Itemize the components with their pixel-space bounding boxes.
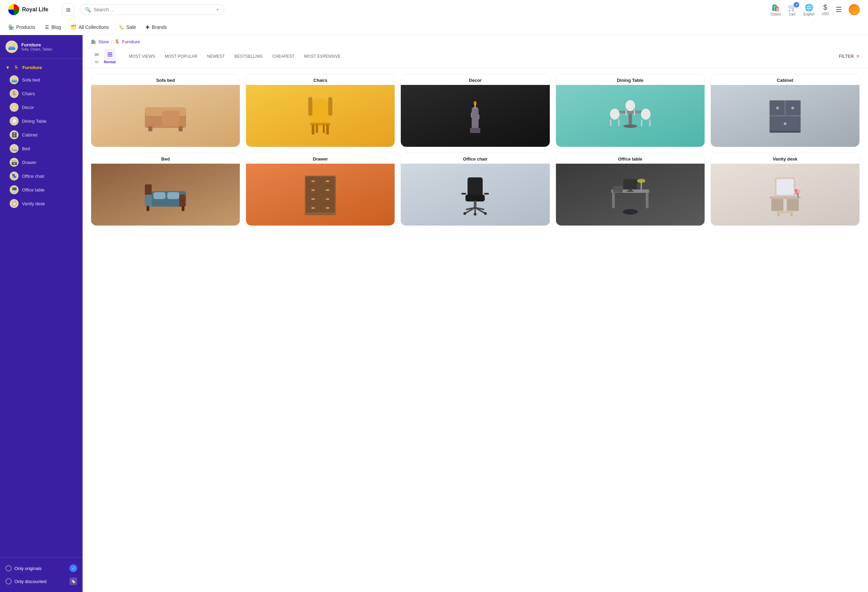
search-dropdown-icon[interactable]: ▼ — [216, 8, 219, 12]
product-image-vanity-desk — [711, 163, 859, 225]
subnav-blog[interactable]: ☰ Blog — [45, 24, 61, 30]
svg-point-88 — [623, 209, 638, 215]
sidebar-item-office-table[interactable]: 🖥️ Office table — [0, 183, 83, 197]
sidebar-item-sofa-bed[interactable]: 🛋️ Sofa bed — [0, 73, 83, 87]
sidebar-item-bed[interactable]: 🛏️ Bed — [0, 141, 83, 155]
subnav-products[interactable]: 🏪 Products — [8, 24, 35, 30]
filter-only-discounted[interactable]: Only discounted 🏷️ — [6, 575, 77, 588]
svg-rect-59 — [311, 189, 315, 191]
product-card-cabinet[interactable]: Cabinet — [710, 74, 860, 147]
dining-table-label: Dining Table — [22, 119, 46, 124]
svg-point-77 — [474, 213, 477, 215]
product-title-drawer: Drawer — [246, 153, 395, 163]
svg-rect-28 — [649, 119, 651, 126]
breadcrumb-store-link[interactable]: Store — [98, 39, 109, 44]
only-discounted-toggle[interactable] — [6, 578, 12, 585]
search-bar[interactable]: 🔍 ▼ — [80, 4, 224, 15]
product-card-bed[interactable]: Bed — [91, 153, 240, 226]
cart-button[interactable]: 3 🛒 Cart — [788, 3, 796, 16]
products-label: Products — [16, 24, 35, 30]
orders-icon: 🛍️ — [771, 3, 780, 12]
office-table-icon: 🖥️ — [10, 185, 19, 194]
sort-bestselling[interactable]: BESTSELLING — [229, 52, 267, 61]
svg-rect-80 — [646, 193, 648, 208]
only-discounted-tag[interactable]: 🏷️ — [69, 577, 77, 585]
user-avatar[interactable] — [849, 4, 860, 15]
breadcrumb-category-link[interactable]: Furniture — [122, 39, 140, 44]
sidebar-category-furniture[interactable]: ▼ 🪑 Furniture — [0, 62, 83, 73]
sidebar-item-dining-table[interactable]: 🍽️ Dining Table — [0, 114, 83, 128]
language-button[interactable]: 🌐 English — [803, 3, 815, 16]
svg-rect-25 — [618, 119, 620, 126]
filter-only-originals[interactable]: Only originals ✓ — [6, 562, 77, 575]
svg-rect-91 — [787, 199, 799, 211]
svg-rect-64 — [326, 207, 329, 209]
cabinet-icon: 🗄️ — [10, 130, 19, 139]
view-normal-button[interactable]: ⊞ — [104, 49, 115, 60]
sidebar-header-subtitle: Sofa, Chairs, Tables — [21, 47, 52, 51]
sidebar-item-vanity-desk[interactable]: 🪞 Vanity desk — [0, 197, 83, 211]
sofa-svg — [142, 95, 190, 137]
subnav-all-collections[interactable]: 🗂️ All Collections — [71, 24, 109, 30]
search-input[interactable] — [94, 7, 213, 12]
subnav-brands[interactable]: ✚ Brands — [146, 24, 167, 30]
sidebar-item-drawer[interactable]: 🗃️ Drawer — [0, 155, 83, 169]
sidebar-section: ▼ 🪑 Furniture 🛋️ Sofa bed 🪑 Chairs 🕯️ De… — [0, 59, 83, 557]
view-all-button[interactable]: ∞ — [91, 49, 102, 60]
dining-table-icon: 🍽️ — [10, 116, 19, 125]
product-card-dining-table[interactable]: Dining Table — [556, 74, 705, 147]
svg-rect-11 — [316, 124, 318, 133]
sort-newest[interactable]: NEWEST — [202, 52, 229, 61]
sidebar-item-cabinet[interactable]: 🗄️ Cabinet — [0, 128, 83, 141]
product-card-sofa-bed[interactable]: Sofa bed — [91, 74, 240, 147]
blog-icon: ☰ — [45, 24, 49, 30]
office-chair-svg — [458, 172, 492, 217]
svg-rect-94 — [784, 196, 786, 199]
only-originals-check[interactable]: ✓ — [69, 564, 77, 572]
sort-most-expensive[interactable]: MOST EXPENSIVE — [299, 52, 345, 61]
sidebar-filters: Only originals ✓ Only discounted 🏷️ — [0, 557, 83, 592]
bed-icon: 🛏️ — [10, 144, 19, 153]
currency-button[interactable]: $ USD — [822, 3, 829, 16]
sort-most-views[interactable]: MOST VIEWS — [124, 52, 159, 61]
product-image-dining-table — [556, 85, 704, 147]
filter-button[interactable]: FILTER ✕ — [839, 54, 860, 59]
sort-options: MOST VIEWS MOST POPULAR NEWEST BESTSELLI… — [124, 52, 839, 61]
drawer-svg — [301, 172, 339, 217]
svg-rect-82 — [629, 189, 632, 191]
product-card-drawer[interactable]: Drawer — [246, 153, 395, 226]
sort-cheapest[interactable]: CHEAPEST — [267, 52, 299, 61]
sidebar-item-decor[interactable]: 🕯️ Decor — [0, 100, 83, 114]
orders-button[interactable]: 🛍️ Orders — [771, 3, 781, 16]
product-card-decor[interactable]: Decor — [400, 74, 550, 147]
logo[interactable]: Royal Life — [8, 4, 56, 15]
svg-point-22 — [623, 124, 637, 128]
arrow-down-icon: ▼ — [6, 65, 10, 70]
cabinet-label: Cabinet — [22, 133, 37, 137]
hamburger-menu[interactable]: ☰ — [836, 6, 842, 14]
product-image-bed — [91, 163, 240, 225]
svg-rect-58 — [326, 181, 329, 182]
svg-point-36 — [776, 107, 779, 109]
cart-badge: 3 — [794, 2, 799, 7]
brands-icon: ✚ — [146, 24, 150, 30]
product-card-chairs[interactable]: Chairs — [246, 74, 395, 147]
svg-rect-79 — [612, 193, 615, 208]
sidebar-item-chairs[interactable]: 🪑 Chairs — [0, 87, 83, 100]
filter-close-icon[interactable]: ✕ — [856, 54, 860, 59]
sort-most-popular[interactable]: MOST POPULAR — [160, 52, 202, 61]
bed-svg — [142, 176, 190, 214]
only-originals-toggle[interactable] — [6, 565, 12, 571]
top-navigation: Royal Life ⊞ 🔍 ▼ 🛍️ Orders 3 🛒 Cart 🌐 En… — [0, 0, 868, 19]
product-card-office-table[interactable]: Office table — [556, 153, 705, 226]
svg-rect-13 — [308, 97, 312, 116]
svg-rect-98 — [797, 194, 799, 198]
sidebar-item-office-chair[interactable]: 💺 Office chair — [0, 169, 83, 183]
all-collections-label: All Collections — [78, 24, 109, 30]
product-card-vanity-desk[interactable]: Vanity desk — [710, 153, 860, 226]
product-image-office-table — [556, 163, 704, 225]
breadcrumb-store-icon: 🛍️ — [91, 39, 96, 44]
subnav-sale[interactable]: 🏷️ Sale — [118, 24, 136, 30]
product-card-office-chair[interactable]: Office chair — [400, 153, 550, 226]
qr-button[interactable]: ⊞ — [62, 3, 74, 16]
